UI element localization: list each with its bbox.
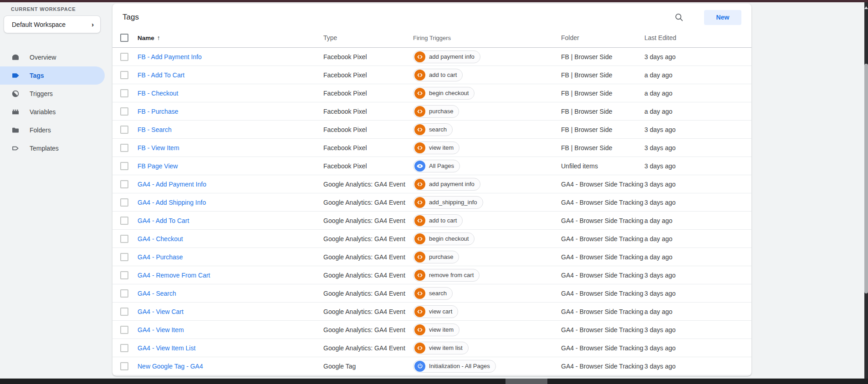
code-icon xyxy=(414,270,425,281)
row-checkbox[interactable] xyxy=(120,53,128,61)
tag-name-link[interactable]: FB - Search xyxy=(138,126,172,133)
tag-folder: GA4 - Browser Side Tracking xyxy=(561,217,644,224)
tag-name-link[interactable]: FB - Purchase xyxy=(138,108,178,115)
chevron-right-icon: › xyxy=(92,20,94,28)
table-row: FB - View Item Facebook Pixel view item … xyxy=(112,139,751,157)
trigger-badge[interactable]: remove from cart xyxy=(413,269,480,282)
trigger-badge[interactable]: search xyxy=(413,287,453,300)
tag-name-link[interactable]: New Google Tag - GA4 xyxy=(138,363,203,370)
workspace-selector[interactable]: Default Workspace › xyxy=(4,15,101,33)
tag-icon xyxy=(11,71,20,80)
trigger-badge-label: add_shipping_info xyxy=(429,199,477,206)
sidebar-item-overview[interactable]: Overview xyxy=(0,48,105,66)
folder-icon xyxy=(11,126,20,134)
tag-name-link[interactable]: GA4 - View Item List xyxy=(138,344,195,352)
trigger-badge[interactable]: add to cart xyxy=(413,69,463,81)
row-checkbox[interactable] xyxy=(120,89,128,97)
column-header-folder[interactable]: Folder xyxy=(561,34,644,41)
tag-name-link[interactable]: GA4 - View Cart xyxy=(138,308,184,315)
tag-name-link[interactable]: FB - Add To Cart xyxy=(138,71,184,79)
tag-type: Facebook Pixel xyxy=(323,162,413,170)
row-checkbox[interactable] xyxy=(120,144,128,152)
row-checkbox[interactable] xyxy=(120,362,128,370)
sidebar-item-tags[interactable]: Tags xyxy=(0,66,105,85)
horizontal-scrollbar[interactable] xyxy=(0,379,868,384)
trigger-badge[interactable]: purchase xyxy=(413,251,459,263)
tag-type: Google Analytics: GA4 Event xyxy=(323,199,413,206)
tag-name-link[interactable]: GA4 - Search xyxy=(138,290,176,297)
column-header-name[interactable]: Name↑ xyxy=(138,34,323,41)
trigger-badge[interactable]: view cart xyxy=(413,305,458,318)
row-checkbox[interactable] xyxy=(120,326,128,334)
tag-name-link[interactable]: FB Page View xyxy=(138,162,178,170)
tag-last-edited: a day ago xyxy=(644,90,751,97)
column-header-type[interactable]: Type xyxy=(323,34,413,41)
row-checkbox[interactable] xyxy=(120,235,128,243)
row-checkbox[interactable] xyxy=(120,308,128,316)
sidebar-item-folders[interactable]: Folders xyxy=(0,121,105,139)
trigger-badge[interactable]: begin checkout xyxy=(413,232,475,245)
tag-folder: GA4 - Browser Side Tracking xyxy=(561,326,644,333)
horizontal-scrollbar-thumb[interactable] xyxy=(505,379,547,384)
tag-name-link[interactable]: GA4 - Remove From Cart xyxy=(138,272,210,279)
scroll-up-icon[interactable] xyxy=(864,6,868,9)
trigger-badge[interactable]: Initialization - All Pages xyxy=(413,360,496,373)
sidebar-item-templates[interactable]: Templates xyxy=(0,139,105,157)
code-icon xyxy=(414,215,425,226)
tag-last-edited: 3 days ago xyxy=(644,363,751,370)
vertical-scrollbar[interactable] xyxy=(864,2,868,379)
row-checkbox[interactable] xyxy=(120,162,128,170)
sort-ascending-icon: ↑ xyxy=(157,34,160,41)
tag-name-link[interactable]: GA4 - Checkout xyxy=(138,235,183,243)
tag-name-link[interactable]: GA4 - Add To Cart xyxy=(138,217,189,224)
trigger-badge[interactable]: view item list xyxy=(413,342,469,354)
workspace-name: Default Workspace xyxy=(12,21,92,28)
trigger-badge[interactable]: add to cart xyxy=(413,214,463,227)
row-checkbox[interactable] xyxy=(120,253,128,261)
row-checkbox[interactable] xyxy=(120,126,128,134)
trigger-badge[interactable]: add payment info xyxy=(413,51,480,63)
tag-name-link[interactable]: GA4 - View Item xyxy=(138,326,184,333)
trigger-badge[interactable]: view item xyxy=(413,323,460,336)
sidebar-item-triggers[interactable]: Triggers xyxy=(0,85,105,103)
new-tag-button[interactable]: New xyxy=(704,10,741,25)
tag-type: Google Analytics: GA4 Event xyxy=(323,344,413,352)
tag-name-link[interactable]: FB - Checkout xyxy=(138,90,178,97)
trigger-badge-label: begin checkout xyxy=(429,90,469,96)
table-row: FB - Search Facebook Pixel search FB | B… xyxy=(112,121,751,139)
tag-folder: GA4 - Browser Side Tracking xyxy=(561,235,644,243)
row-checkbox[interactable] xyxy=(120,198,128,207)
tag-name-link[interactable]: GA4 - Purchase xyxy=(138,253,183,261)
row-checkbox[interactable] xyxy=(120,107,128,116)
row-checkbox[interactable] xyxy=(120,344,128,352)
tag-last-edited: 3 days ago xyxy=(644,144,751,152)
tag-type: Facebook Pixel xyxy=(323,71,413,79)
tag-name-link[interactable]: GA4 - Add Payment Info xyxy=(138,181,206,188)
column-header-firing-triggers[interactable]: Firing Triggers xyxy=(413,35,561,41)
tag-name-link[interactable]: GA4 - Add Shipping Info xyxy=(138,199,206,206)
table-row: GA4 - Purchase Google Analytics: GA4 Eve… xyxy=(112,248,751,266)
trigger-badge[interactable]: add payment info xyxy=(413,178,480,191)
row-checkbox[interactable] xyxy=(120,271,128,279)
search-icon[interactable] xyxy=(671,10,687,25)
row-checkbox[interactable] xyxy=(120,217,128,225)
vertical-scrollbar-thumb[interactable] xyxy=(864,64,868,293)
column-header-last-edited[interactable]: Last Edited xyxy=(644,34,751,41)
trigger-badge[interactable]: search xyxy=(413,123,453,136)
code-icon xyxy=(414,288,425,299)
trigger-badge[interactable]: All Pages xyxy=(413,160,460,172)
tag-name-link[interactable]: FB - View Item xyxy=(138,144,179,152)
trigger-badge[interactable]: begin checkout xyxy=(413,87,475,100)
sidebar-item-variables[interactable]: Variables xyxy=(0,103,105,121)
trigger-badge[interactable]: add_shipping_info xyxy=(413,196,483,209)
trigger-badge[interactable]: view item xyxy=(413,141,460,154)
select-all-checkbox[interactable] xyxy=(120,34,128,42)
trigger-badge-label: search xyxy=(429,290,447,297)
trigger-badge[interactable]: purchase xyxy=(413,105,459,118)
code-icon xyxy=(414,106,425,117)
tag-name-link[interactable]: FB - Add Payment Info xyxy=(138,53,202,61)
row-checkbox[interactable] xyxy=(120,289,128,298)
row-checkbox[interactable] xyxy=(120,71,128,79)
panel-header: Tags New xyxy=(112,4,751,28)
row-checkbox[interactable] xyxy=(120,180,128,188)
